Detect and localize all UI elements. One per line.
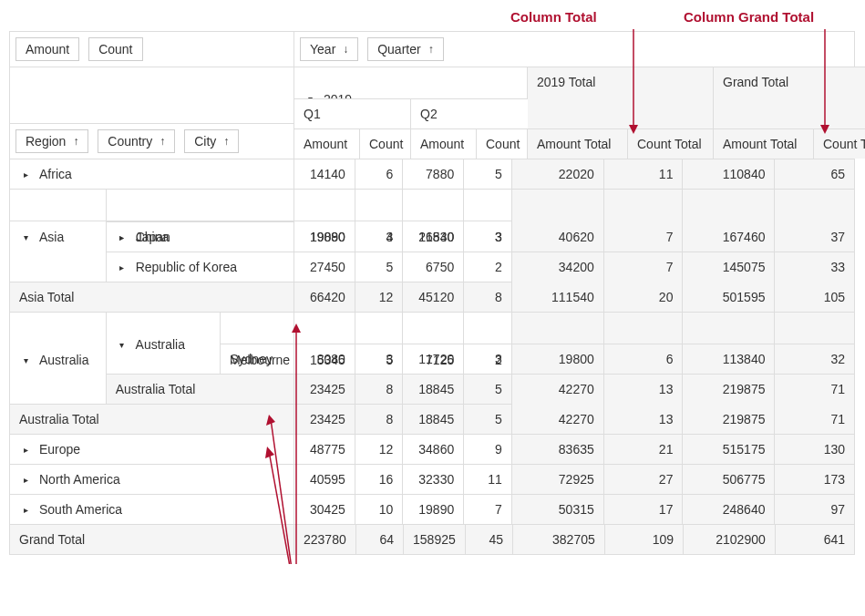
data-cell: 501595 bbox=[683, 282, 775, 312]
data-cell: 7 bbox=[464, 495, 511, 524]
table-row: ▸Europe 48775123486098363521515175130 bbox=[10, 434, 854, 464]
chevron-right-icon[interactable]: ▸ bbox=[19, 503, 32, 516]
col-header-year-total[interactable]: 2019 Total bbox=[528, 67, 714, 130]
field-year-label: Year bbox=[310, 42, 335, 56]
data-cell: 16 bbox=[355, 465, 403, 494]
row-total-australia: Australia Total 234258188455422701321987… bbox=[10, 404, 854, 434]
data-cell: 7 bbox=[604, 221, 684, 252]
field-city[interactable]: City↑ bbox=[184, 129, 239, 153]
data-cell: 2 bbox=[464, 252, 511, 282]
field-count[interactable]: Count bbox=[88, 37, 142, 61]
column-fields-area[interactable]: Year↓ Quarter↑ bbox=[294, 32, 854, 67]
data-cell: 18845 bbox=[403, 374, 464, 404]
table-row: ▸Africa 14140678805220201111084065 bbox=[10, 159, 854, 189]
table-row: Sydney 8080311720319800611384032 bbox=[10, 344, 854, 374]
sort-asc-icon: ↑ bbox=[428, 43, 434, 56]
data-cell: 7880 bbox=[403, 159, 464, 189]
data-cell: 113840 bbox=[683, 344, 775, 374]
data-cell: 64 bbox=[356, 525, 404, 554]
row-header-sydney[interactable]: Sydney bbox=[221, 344, 293, 374]
field-quarter[interactable]: Quarter↑ bbox=[367, 37, 443, 61]
row-fields-area[interactable]: Region↑ Country↑ City↑ bbox=[10, 123, 294, 159]
data-cell: 111540 bbox=[512, 282, 604, 312]
data-cell: 8 bbox=[355, 405, 403, 434]
col-header-amount[interactable]: Amount bbox=[411, 129, 477, 159]
row-header-europe[interactable]: ▸Europe bbox=[10, 435, 293, 464]
data-cell: 18845 bbox=[403, 405, 464, 434]
data-cell: 219875 bbox=[683, 374, 775, 404]
data-cell: 71 bbox=[775, 405, 854, 434]
chevron-right-icon[interactable]: ▸ bbox=[116, 261, 129, 273]
row-label: North America bbox=[39, 472, 120, 487]
data-cell: 173 bbox=[775, 465, 854, 494]
row-header-japan[interactable]: ▸Japan bbox=[107, 221, 293, 252]
col-header-count[interactable]: Count bbox=[360, 129, 411, 159]
annotation-column-total: Column Total bbox=[510, 9, 597, 25]
col-header-amount-total[interactable]: Amount Total bbox=[714, 129, 814, 159]
pivot-grid: Amount Count Year↓ Quarter↑ Region↑ Coun… bbox=[9, 31, 855, 555]
data-cell: 7 bbox=[604, 252, 684, 282]
data-cell: 83635 bbox=[512, 435, 604, 464]
data-cell: 382705 bbox=[513, 525, 605, 554]
data-cell: 8080 bbox=[294, 344, 355, 374]
data-cell: 219875 bbox=[683, 405, 775, 434]
field-amount[interactable]: Amount bbox=[15, 37, 79, 61]
data-cell: 5 bbox=[464, 159, 511, 189]
chevron-right-icon[interactable]: ▸ bbox=[19, 443, 32, 456]
data-cell: 42270 bbox=[512, 405, 604, 434]
col-header-amount-total[interactable]: Amount Total bbox=[528, 129, 628, 159]
data-cell: 6750 bbox=[403, 252, 464, 282]
row-grand-total: Grand Total 2237806415892545382705109210… bbox=[10, 524, 854, 554]
data-cell: 33 bbox=[775, 252, 854, 282]
col-header-grand-total[interactable]: Grand Total bbox=[714, 67, 865, 130]
data-cell: 3 bbox=[464, 344, 511, 374]
data-cell: 3 bbox=[464, 221, 511, 252]
data-cell: 34200 bbox=[512, 252, 604, 282]
data-cell: 223780 bbox=[294, 525, 356, 554]
data-cell: 11 bbox=[604, 159, 684, 189]
data-cell: 6 bbox=[355, 159, 403, 189]
col-header-count-total[interactable]: Count Total bbox=[628, 129, 714, 159]
data-cell: 14140 bbox=[294, 159, 355, 189]
data-cell: 167460 bbox=[683, 221, 775, 252]
value-fields-area[interactable]: Amount Count bbox=[10, 32, 294, 67]
data-cell: 641 bbox=[776, 525, 854, 554]
chevron-right-icon[interactable]: ▸ bbox=[116, 231, 129, 243]
data-cell: 515175 bbox=[683, 435, 775, 464]
table-row: ▸North America 4059516323301172925275067… bbox=[10, 464, 854, 494]
col-header-count[interactable]: Count bbox=[477, 129, 528, 159]
field-region[interactable]: Region↑ bbox=[15, 129, 88, 153]
data-cell: 19080 bbox=[294, 221, 355, 252]
row-header-australia-country-total: Australia Total bbox=[107, 374, 293, 404]
data-cell: 21540 bbox=[403, 221, 464, 252]
data-cell: 27 bbox=[604, 465, 684, 494]
col-header-q1[interactable]: Q1 bbox=[294, 99, 411, 128]
data-cell: 21 bbox=[604, 435, 684, 464]
col-header-amount[interactable]: Amount bbox=[294, 129, 360, 159]
row-label: Europe bbox=[39, 442, 80, 457]
data-cell: 105 bbox=[775, 282, 854, 312]
row-label: Republic of Korea bbox=[136, 260, 237, 274]
data-cell: 19800 bbox=[512, 344, 604, 374]
data-cell: 32 bbox=[775, 344, 854, 374]
row-header-rok[interactable]: ▸Republic of Korea bbox=[107, 252, 293, 282]
data-cell: 12 bbox=[355, 435, 403, 464]
table-row: ▸Japan 19080421540340620716746037 bbox=[10, 221, 854, 252]
row-header-south-america[interactable]: ▸South America bbox=[10, 495, 293, 524]
chevron-right-icon[interactable]: ▸ bbox=[19, 168, 32, 180]
data-cell: 3 bbox=[355, 344, 403, 374]
data-cell: 50315 bbox=[512, 495, 604, 524]
field-quarter-label: Quarter bbox=[377, 42, 420, 56]
table-row: ▸Republic of Korea 274505675023420071450… bbox=[10, 252, 854, 282]
col-header-count-total[interactable]: Count Total bbox=[814, 129, 865, 159]
col-header-q2[interactable]: Q2 bbox=[411, 99, 528, 128]
data-cell: 4 bbox=[355, 221, 403, 252]
row-header-africa[interactable]: ▸Africa bbox=[10, 159, 293, 189]
row-header-north-america[interactable]: ▸North America bbox=[10, 465, 293, 494]
data-cell: 109 bbox=[605, 525, 684, 554]
field-country[interactable]: Country↑ bbox=[98, 129, 175, 153]
row-header-grand-total: Grand Total bbox=[10, 525, 293, 554]
chevron-right-icon[interactable]: ▸ bbox=[19, 473, 32, 486]
row-total-asia: Asia Total 66420124512081115402050159510… bbox=[10, 282, 854, 312]
field-year[interactable]: Year↓ bbox=[300, 37, 358, 61]
